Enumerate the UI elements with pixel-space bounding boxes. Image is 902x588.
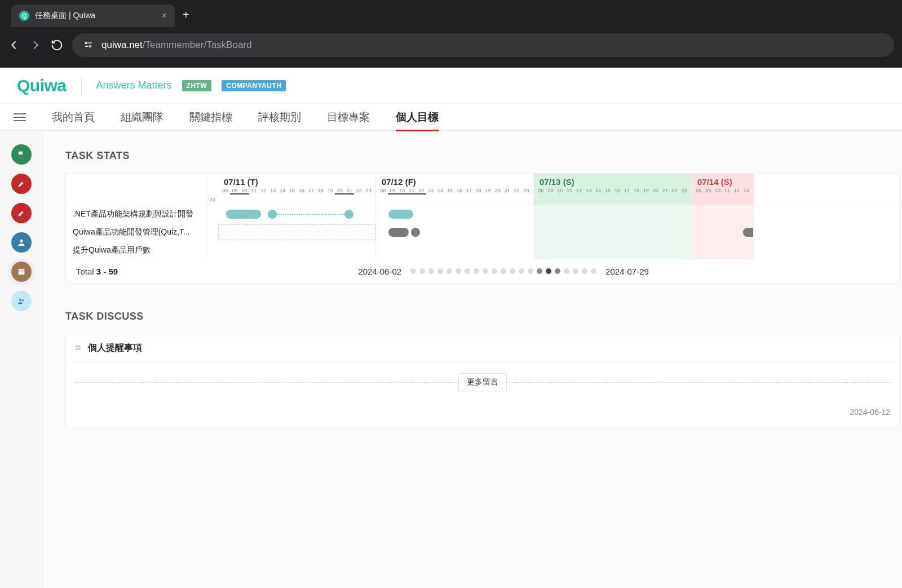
gantt-lane[interactable]	[218, 223, 376, 241]
nav-tab-2[interactable]: 關鍵指標	[189, 104, 232, 131]
gantt-row: Quiwa產品功能開發管理(Quiz,T...	[66, 223, 899, 241]
gantt-bar[interactable]	[388, 210, 413, 219]
gantt-lane[interactable]	[692, 241, 754, 259]
more-comments-button[interactable]: 更多留言	[458, 373, 507, 391]
discuss-panel-title: 個人提醒事項	[88, 342, 142, 354]
task-label[interactable]: 提升Quiwa產品用戶數	[66, 241, 207, 259]
hour-tick: 10	[240, 188, 249, 194]
rail-edit2-icon[interactable]	[11, 203, 32, 223]
pager-dot[interactable]	[573, 268, 578, 274]
logo[interactable]: Quiwa	[17, 76, 67, 95]
lang-badge[interactable]: ZHTW	[182, 80, 212, 91]
pager-dot[interactable]	[483, 268, 488, 274]
hour-tick: 12	[259, 188, 268, 194]
gantt-dot[interactable]	[268, 210, 277, 219]
forward-button[interactable]	[29, 39, 42, 51]
back-button[interactable]	[8, 39, 20, 51]
pager-dot[interactable]	[591, 268, 596, 274]
workspace: TASK STATS 2307/11 (T)080910111213141516…	[0, 131, 902, 588]
nav-tab-4[interactable]: 目標專案	[327, 104, 370, 131]
pager-dot[interactable]	[465, 268, 470, 274]
nav-tab-1[interactable]: 組織團隊	[121, 104, 163, 131]
gantt-dot[interactable]	[411, 228, 420, 237]
gantt-lane[interactable]	[692, 205, 754, 223]
pager-dot[interactable]	[546, 268, 551, 274]
pager-dot[interactable]	[410, 268, 416, 274]
rail-flag-icon[interactable]	[11, 144, 32, 165]
pager-dot[interactable]	[428, 268, 434, 274]
pager-dot[interactable]	[564, 268, 569, 274]
pager-dot[interactable]	[528, 268, 533, 274]
gantt-lane[interactable]	[376, 241, 534, 259]
hour-tick: 23	[521, 188, 531, 194]
rail-team-icon[interactable]	[11, 291, 32, 311]
hour-tick: 23	[364, 188, 373, 194]
primary-nav: 我的首頁組織團隊關鍵指標評核期別目標專案個人目標	[0, 104, 902, 131]
auth-badge[interactable]: COMPANYAUTH	[222, 80, 286, 91]
gantt-bar[interactable]	[226, 210, 261, 219]
day-column: 07/12 (F)0809101112131415161718192021222…	[376, 174, 534, 205]
hour-tick: 22	[354, 188, 364, 194]
task-label[interactable]: Quiwa產品功能開發管理(Quiz,T...	[66, 223, 207, 241]
gantt-lane[interactable]	[218, 241, 376, 259]
discuss-panel: ≡ 個人提醒事項 更多留言 2024-06-12	[65, 334, 900, 428]
rail-calendar-icon[interactable]	[11, 262, 32, 282]
rail-edit-icon[interactable]	[11, 174, 32, 194]
gantt-lane[interactable]	[692, 223, 754, 241]
pager-dot[interactable]	[474, 268, 479, 274]
hour-tick: 20	[493, 188, 502, 194]
gantt-task-header	[66, 174, 207, 205]
discuss-trailing-date: 2024-06-12	[66, 396, 899, 428]
gantt-lane[interactable]	[534, 205, 692, 223]
hour-tick: 14	[278, 188, 288, 194]
pager-dot[interactable]	[419, 268, 425, 274]
svg-rect-5	[18, 269, 24, 275]
gantt-lane[interactable]	[534, 223, 692, 241]
pager-dot[interactable]	[510, 268, 515, 274]
pager-dot[interactable]	[555, 268, 560, 274]
nav-tab-5[interactable]: 個人目標	[396, 104, 439, 131]
pager-dot[interactable]	[537, 268, 542, 274]
hour-tick: 12	[574, 188, 584, 193]
pager-dot[interactable]	[437, 268, 443, 274]
gantt-bar[interactable]	[388, 228, 409, 237]
gantt-lane[interactable]	[534, 241, 692, 259]
pager-dot[interactable]	[582, 268, 587, 274]
browser-chrome: Q 任務桌面 | Quiwa × + quiwa.net/Teammember/…	[0, 0, 902, 68]
gantt-lane[interactable]	[218, 205, 376, 223]
gantt-dot[interactable]	[344, 210, 353, 219]
favicon-icon: Q	[19, 11, 29, 21]
gantt-row: .NET產品功能架構規劃與設計開發	[66, 205, 899, 223]
pager-dot[interactable]	[446, 268, 452, 274]
gantt-chart: 2307/11 (T)08091011121314151617181920212…	[65, 173, 900, 284]
hour-tick: 21	[502, 188, 512, 194]
browser-tab[interactable]: Q 任務桌面 | Quiwa ×	[11, 5, 175, 27]
menu-icon[interactable]	[14, 111, 26, 123]
gantt-selection[interactable]	[218, 224, 375, 240]
pager-dot[interactable]	[456, 268, 461, 274]
hour-tick: 20	[651, 188, 660, 193]
hour-tick: 23	[679, 188, 689, 193]
nav-tab-0[interactable]: 我的首頁	[52, 104, 95, 131]
pager-dot[interactable]	[501, 268, 506, 274]
nav-tab-3[interactable]: 評核期別	[258, 104, 301, 131]
drag-handle-icon[interactable]: ≡	[75, 342, 81, 354]
day-label: 07/14 (S)	[692, 174, 753, 188]
gantt-lane[interactable]	[376, 223, 534, 241]
rail-user-icon[interactable]	[11, 232, 32, 253]
pager-dot[interactable]	[519, 268, 524, 274]
hour-tick: 15	[288, 188, 297, 194]
hour-tick: 13	[584, 188, 594, 193]
task-label[interactable]: .NET產品功能架構規劃與設計開發	[66, 205, 207, 223]
address-bar: quiwa.net/Teammember/TaskBoard	[0, 29, 902, 61]
reload-button[interactable]	[51, 39, 63, 51]
day-column: 07/14 (S)080910111213	[692, 174, 754, 205]
close-tab-icon[interactable]: ×	[162, 11, 167, 21]
gantt-bar[interactable]	[743, 228, 753, 237]
hour-tick: 17	[622, 188, 631, 193]
new-tab-button[interactable]: +	[183, 8, 189, 21]
gantt-lane[interactable]	[376, 205, 534, 223]
pager-dot[interactable]	[492, 268, 497, 274]
url-field[interactable]: quiwa.net/Teammember/TaskBoard	[72, 33, 894, 57]
site-settings-icon[interactable]	[82, 39, 95, 51]
